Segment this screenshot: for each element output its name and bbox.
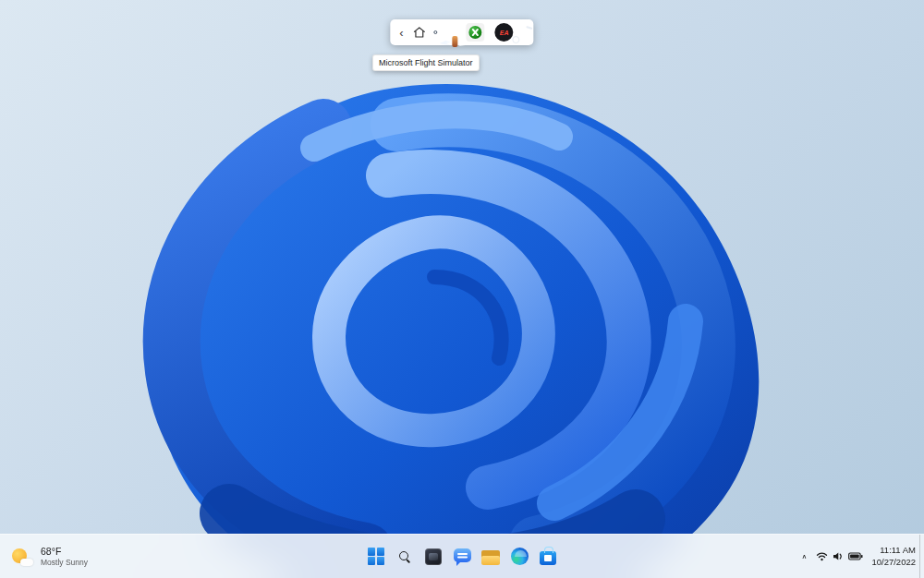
- microsoft-store-button[interactable]: [535, 544, 561, 570]
- microsoft-store-icon: [540, 551, 556, 565]
- chevron-up-icon: ∧: [802, 553, 808, 560]
- start-button[interactable]: [363, 544, 389, 570]
- search-icon: [398, 550, 411, 563]
- edge-button[interactable]: [506, 544, 532, 570]
- desktop: ‹ EA Microsoft Flight Simulator: [0, 0, 924, 578]
- clock-widget[interactable]: 11:11 AM 10/27/2022: [868, 541, 919, 572]
- network-volume-battery-button[interactable]: [811, 541, 868, 572]
- launcher-tooltip: Microsoft Flight Simulator: [372, 54, 480, 71]
- wifi-icon: [816, 551, 828, 561]
- ea-label: EA: [500, 30, 509, 36]
- weather-text: 68°F Mostly Sunny: [41, 546, 88, 567]
- file-explorer-icon: [481, 550, 500, 565]
- battery-icon: [848, 552, 863, 560]
- ea-icon: EA: [495, 23, 514, 42]
- task-view-button[interactable]: [420, 544, 446, 570]
- volume-icon: [833, 551, 844, 561]
- task-view-icon: [425, 548, 442, 565]
- windows-logo-icon: [368, 548, 385, 565]
- weather-widget[interactable]: 68°F Mostly Sunny: [0, 535, 99, 578]
- show-desktop-button[interactable]: [919, 535, 924, 578]
- file-explorer-button[interactable]: [478, 544, 504, 570]
- weather-temperature: 68°F: [41, 546, 88, 557]
- back-chevron-icon[interactable]: ‹: [398, 27, 404, 39]
- tray-overflow-button[interactable]: ∧: [797, 541, 812, 572]
- mostly-sunny-icon: [11, 547, 33, 567]
- search-button[interactable]: [392, 544, 418, 570]
- launcher-item-dark-red-game[interactable]: [444, 30, 448, 34]
- clock-time: 11:11 AM: [871, 545, 916, 557]
- chat-icon: [454, 548, 471, 562]
- weather-condition: Mostly Sunny: [41, 558, 88, 567]
- launcher-item-xbox[interactable]: [465, 21, 487, 43]
- home-button[interactable]: [411, 24, 428, 41]
- system-tray: ∧ 11:11 AM: [797, 535, 924, 578]
- edge-icon: [511, 548, 529, 565]
- launcher-item-flight-simulator[interactable]: [434, 30, 438, 34]
- chat-button[interactable]: [449, 544, 475, 570]
- clock-date: 10/27/2022: [871, 557, 916, 569]
- taskbar-center-icons: [363, 544, 561, 570]
- game-launcher-bar: ‹ EA: [390, 19, 533, 45]
- bloom-wallpaper-art: [0, 0, 924, 578]
- taskbar: 68°F Mostly Sunny: [0, 534, 924, 578]
- launcher-item-blue-racing-game[interactable]: [455, 30, 458, 34]
- home-icon: [413, 27, 425, 38]
- launcher-item-steam[interactable]: [522, 30, 526, 34]
- xbox-icon: [467, 23, 485, 42]
